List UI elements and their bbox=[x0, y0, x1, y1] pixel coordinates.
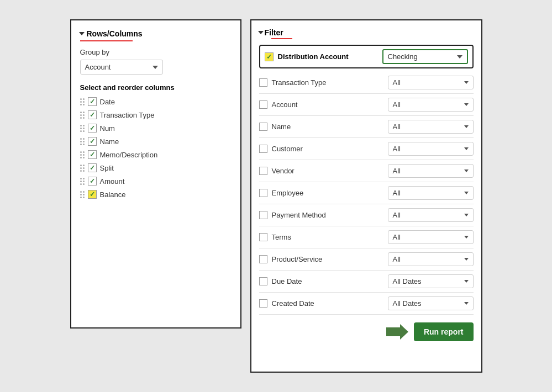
checkbox-terms-filter[interactable] bbox=[259, 233, 267, 241]
dropdown-payment-method-value: All bbox=[393, 211, 401, 219]
drag-handle-date[interactable] bbox=[80, 98, 85, 105]
dropdown-created-date-value: All Dates bbox=[393, 299, 422, 308]
dropdown-transaction-type-value: All bbox=[393, 78, 401, 87]
filter-row-payment-method: Payment Method All bbox=[259, 204, 474, 226]
dropdown-created-date-arrow-icon bbox=[464, 302, 469, 305]
drag-handle-name[interactable] bbox=[80, 138, 85, 145]
group-by-label: Group by bbox=[80, 48, 232, 56]
dropdown-product-service-arrow-icon bbox=[464, 258, 469, 261]
column-row: ✓ Name bbox=[80, 137, 232, 146]
column-row: ✓ Balance bbox=[80, 190, 232, 199]
dropdown-name[interactable]: All bbox=[388, 120, 474, 134]
drag-handle-amount[interactable] bbox=[80, 178, 85, 185]
collapse-triangle-icon bbox=[79, 32, 85, 35]
column-row: ✓ Num bbox=[80, 124, 232, 133]
filter-header: Filter bbox=[259, 28, 474, 37]
col-balance: Balance bbox=[100, 190, 126, 199]
checkbox-transaction-type-filter[interactable] bbox=[259, 78, 267, 87]
checkbox-transaction-type[interactable]: ✓ bbox=[88, 110, 97, 119]
dist-account-value: Checking bbox=[388, 52, 418, 61]
checkbox-split[interactable]: ✓ bbox=[88, 163, 97, 172]
col-name: Name bbox=[100, 137, 119, 146]
checkbox-customer-filter[interactable] bbox=[259, 145, 267, 153]
filter-row-due-date: Due Date All Dates bbox=[259, 271, 474, 293]
filter-row-product-service: Product/Service All bbox=[259, 248, 474, 271]
dropdown-customer[interactable]: All bbox=[388, 142, 474, 156]
dropdown-payment-method[interactable]: All bbox=[388, 208, 474, 222]
group-by-value: Account bbox=[85, 63, 111, 71]
dist-account-checkbox[interactable]: ✓ bbox=[265, 52, 274, 61]
checkbox-name[interactable]: ✓ bbox=[88, 137, 97, 146]
dropdown-vendor[interactable]: All bbox=[388, 164, 474, 178]
checkbox-balance[interactable]: ✓ bbox=[88, 190, 97, 199]
right-panel: Filter ✓ Distribution Account Checking T… bbox=[250, 19, 482, 373]
group-by-arrow-icon bbox=[153, 66, 158, 69]
dropdown-terms-value: All bbox=[393, 233, 401, 241]
dropdown-vendor-arrow-icon bbox=[464, 169, 469, 172]
col-date: Date bbox=[100, 98, 115, 106]
drag-handle-memo[interactable] bbox=[80, 151, 85, 158]
filter-label-created-date: Created Date bbox=[272, 299, 383, 308]
filter-label-payment-method: Payment Method bbox=[272, 211, 383, 219]
dist-account-dropdown[interactable]: Checking bbox=[382, 49, 468, 64]
drag-handle-balance[interactable] bbox=[80, 191, 85, 198]
dropdown-transaction-type-arrow-icon bbox=[464, 81, 469, 84]
columns-title: Select and reorder columns bbox=[80, 83, 232, 92]
drag-handle-num[interactable] bbox=[80, 125, 85, 132]
dropdown-transaction-type[interactable]: All bbox=[388, 76, 474, 89]
column-row: ✓ Split bbox=[80, 163, 232, 172]
filter-label-product-service: Product/Service bbox=[272, 255, 383, 263]
dist-account-arrow-icon bbox=[457, 55, 462, 59]
run-report-button[interactable]: Run report bbox=[414, 322, 474, 341]
column-row: ✓ Date bbox=[80, 97, 232, 106]
filter-row-transaction-type: Transaction Type All bbox=[259, 72, 474, 94]
dropdown-terms[interactable]: All bbox=[388, 230, 474, 244]
distribution-account-row: ✓ Distribution Account Checking bbox=[259, 45, 474, 68]
checkbox-due-date-filter[interactable] bbox=[259, 277, 267, 285]
filter-title: Filter bbox=[265, 28, 283, 37]
filter-label-account: Account bbox=[272, 100, 383, 109]
rows-columns-title: Rows/Columns bbox=[87, 29, 143, 38]
checkbox-vendor-filter[interactable] bbox=[259, 167, 267, 175]
dropdown-account-value: All bbox=[393, 100, 401, 109]
checkbox-created-date-filter[interactable] bbox=[259, 299, 267, 308]
left-panel: Rows/Columns Group by Account Select and… bbox=[70, 19, 241, 329]
filter-label-transaction-type: Transaction Type bbox=[272, 78, 383, 87]
column-row: ✓ Memo/Description bbox=[80, 150, 232, 159]
filter-row-name: Name All bbox=[259, 116, 474, 138]
col-memo: Memo/Description bbox=[100, 151, 158, 159]
rows-columns-header: Rows/Columns bbox=[80, 29, 232, 38]
dropdown-due-date-value: All Dates bbox=[393, 277, 422, 285]
checkbox-payment-method-filter[interactable] bbox=[259, 211, 267, 219]
filter-triangle-icon bbox=[258, 31, 264, 34]
dropdown-account[interactable]: All bbox=[388, 98, 474, 112]
col-num: Num bbox=[100, 124, 115, 133]
dropdown-due-date[interactable]: All Dates bbox=[388, 274, 474, 288]
checkbox-num[interactable]: ✓ bbox=[88, 124, 97, 133]
dist-account-label: Distribution Account bbox=[278, 52, 382, 61]
filter-row-vendor: Vendor All bbox=[259, 160, 474, 182]
checkbox-memo[interactable]: ✓ bbox=[88, 150, 97, 159]
group-by-select[interactable]: Account bbox=[80, 60, 163, 75]
dropdown-customer-value: All bbox=[393, 145, 401, 153]
dropdown-account-arrow-icon bbox=[464, 103, 469, 106]
checkbox-product-service-filter[interactable] bbox=[259, 255, 267, 263]
filter-label-customer: Customer bbox=[272, 145, 383, 153]
dropdown-product-service[interactable]: All bbox=[388, 252, 474, 266]
checkbox-date[interactable]: ✓ bbox=[88, 97, 97, 106]
dropdown-employee[interactable]: All bbox=[388, 186, 474, 200]
checkbox-name-filter[interactable] bbox=[259, 123, 267, 131]
drag-handle-transaction-type[interactable] bbox=[80, 112, 85, 119]
dropdown-vendor-value: All bbox=[393, 167, 401, 175]
column-row: ✓ Transaction Type bbox=[80, 110, 232, 119]
drag-handle-split[interactable] bbox=[80, 165, 85, 172]
col-transaction-type: Transaction Type bbox=[100, 111, 155, 119]
checkbox-amount[interactable]: ✓ bbox=[88, 177, 97, 186]
dropdown-employee-arrow-icon bbox=[464, 192, 469, 194]
checkbox-account-filter[interactable] bbox=[259, 100, 267, 109]
section-underline bbox=[80, 40, 133, 41]
dropdown-name-value: All bbox=[393, 123, 401, 131]
filter-row-customer: Customer All bbox=[259, 138, 474, 160]
dropdown-created-date[interactable]: All Dates bbox=[388, 296, 474, 310]
checkbox-employee-filter[interactable] bbox=[259, 189, 267, 197]
